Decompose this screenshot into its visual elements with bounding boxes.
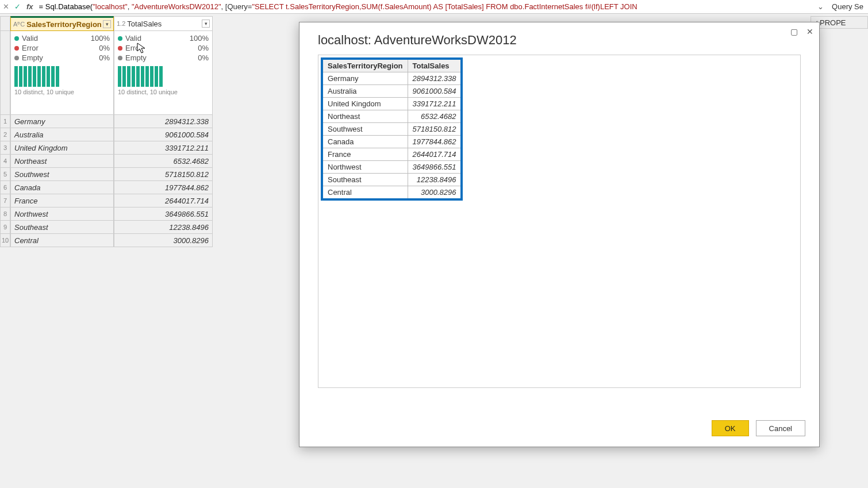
cell-region[interactable]: Germany <box>10 115 114 128</box>
cell-sales[interactable]: 9061000.584 <box>114 128 213 141</box>
table-row[interactable]: 2Australia9061000.584 <box>0 128 214 141</box>
preview-cell-sales: 2894312.338 <box>408 72 462 85</box>
row-number: 4 <box>0 155 10 168</box>
table-row[interactable]: 10Central3000.8296 <box>0 234 214 247</box>
valid-dot-icon <box>118 36 122 41</box>
error-pct: 0% <box>99 43 110 53</box>
cell-region[interactable]: Northwest <box>10 208 114 221</box>
empty-dot-icon <box>14 56 19 60</box>
cell-sales[interactable]: 2644017.714 <box>114 194 213 208</box>
column-name: SalesTerritoryRegion <box>26 20 103 29</box>
table-row[interactable]: 7France2644017.714 <box>0 194 214 208</box>
cell-sales[interactable]: 3000.8296 <box>114 234 213 247</box>
cell-sales[interactable]: 6532.4682 <box>114 155 213 168</box>
preview-cell-region: France <box>322 148 408 161</box>
dialog-title: localhost: AdventureWorksDW2012 <box>299 22 819 55</box>
cell-region[interactable]: United Kingdom <box>10 141 114 155</box>
preview-row: Northeast6532.4682 <box>322 110 462 123</box>
cell-region[interactable]: Southeast <box>10 221 114 234</box>
table-row[interactable]: 5Southwest5718150.812 <box>0 168 214 181</box>
cell-sales[interactable]: 3649866.551 <box>114 208 213 221</box>
preview-cell-sales: 5718150.812 <box>408 123 462 136</box>
cell-sales[interactable]: 1977844.862 <box>114 181 213 194</box>
maximize-icon[interactable]: ▢ <box>788 26 800 37</box>
formula-cancel-icon[interactable]: ✕ <box>0 1 11 13</box>
query-settings-label: Query Se <box>827 2 868 11</box>
column-name: TotalSales <box>127 20 202 28</box>
valid-dot-icon <box>14 36 19 41</box>
valid-pct: 100% <box>190 33 209 43</box>
preview-row: Australia9061000.584 <box>322 85 462 98</box>
formula-str2: "AdventureWorksDW2012" <box>132 2 221 11</box>
preview-col-sales: TotalSales <box>408 59 462 72</box>
formula-text[interactable]: = Sql.Database("localhost", "AdventureWo… <box>37 2 814 11</box>
error-label: Error <box>125 43 142 53</box>
column-filter-dropdown-icon[interactable]: ▾ <box>202 20 210 28</box>
quality-cell-c1: Valid100% Error0% Empty0% 10 distinct, 1… <box>10 31 114 115</box>
cell-region[interactable]: Central <box>10 234 114 247</box>
preview-cell-region: Northeast <box>322 110 408 123</box>
cell-sales[interactable]: 2894312.338 <box>114 115 213 128</box>
row-number: 2 <box>0 128 10 141</box>
preview-cell-region: United Kingdom <box>322 98 408 110</box>
row-number: 8 <box>0 208 10 221</box>
valid-label: Valid <box>125 33 141 43</box>
cell-sales[interactable]: 5718150.812 <box>114 168 213 181</box>
column-header-salesterritoryregion[interactable]: AᴮC SalesTerritoryRegion ▾ <box>10 16 114 31</box>
cell-sales[interactable]: 12238.8496 <box>114 221 213 234</box>
preview-cell-sales: 6532.4682 <box>408 110 462 123</box>
row-number: 3 <box>0 141 10 155</box>
formula-str1: "localhost" <box>93 2 128 11</box>
preview-cell-region: Australia <box>322 85 408 98</box>
table-row[interactable]: 9Southeast12238.8496 <box>0 221 214 234</box>
row-number-header[interactable] <box>0 16 10 31</box>
table-row[interactable]: 6Canada1977844.862 <box>0 181 214 194</box>
distribution-text: 10 distinct, 10 unique <box>118 89 209 95</box>
table-row[interactable]: 1Germany2894312.338 <box>0 115 214 128</box>
error-dot-icon <box>118 46 122 51</box>
formula-expand-icon[interactable]: ⌄ <box>813 2 827 11</box>
row-number: 10 <box>0 234 10 247</box>
cell-region[interactable]: Northeast <box>10 155 114 168</box>
preview-row: Central3000.8296 <box>322 186 462 200</box>
fx-label: fx <box>23 2 37 11</box>
preview-cell-region: Southeast <box>322 174 408 186</box>
preview-cell-sales: 3391712.211 <box>408 98 462 110</box>
close-icon[interactable]: ✕ <box>804 26 816 37</box>
preview-table: SalesTerritoryRegion TotalSales Germany2… <box>321 57 463 201</box>
ok-button[interactable]: OK <box>712 420 749 436</box>
formula-prefix: = Sql.Database( <box>39 2 93 11</box>
error-label: Error <box>22 43 39 53</box>
quality-gutter <box>0 31 10 115</box>
cell-region[interactable]: Australia <box>10 128 114 141</box>
formula-accept-icon[interactable]: ✓ <box>11 1 23 13</box>
preview-cell-sales: 9061000.584 <box>408 85 462 98</box>
cell-region[interactable]: France <box>10 194 114 208</box>
row-number: 1 <box>0 115 10 128</box>
cell-region[interactable]: Canada <box>10 181 114 194</box>
cell-sales[interactable]: 3391712.211 <box>114 141 213 155</box>
preview-cell-region: Southwest <box>322 123 408 136</box>
empty-pct: 0% <box>99 53 110 63</box>
native-query-dialog: ▢ ✕ localhost: AdventureWorksDW2012 Sale… <box>299 22 820 447</box>
column-header-totalsales[interactable]: 1.2 TotalSales ▾ <box>114 16 213 31</box>
empty-dot-icon <box>118 56 122 60</box>
error-dot-icon <box>14 46 19 51</box>
preview-cell-sales: 12238.8496 <box>408 174 462 186</box>
type-text-icon: AᴮC <box>13 21 25 28</box>
preview-row: Southeast12238.8496 <box>322 174 462 186</box>
distribution-bars <box>14 65 110 87</box>
preview-cell-region: Central <box>322 186 408 200</box>
cell-region[interactable]: Southwest <box>10 168 114 181</box>
preview-cell-sales: 3649866.551 <box>408 161 462 174</box>
table-row[interactable]: 8Northwest3649866.551 <box>0 208 214 221</box>
table-row[interactable]: 3United Kingdom3391712.211 <box>0 141 214 155</box>
formula-str3: "SELECT t.SalesTerritoryRegion,SUM(f.Sal… <box>252 2 637 11</box>
preview-row: Northwest3649866.551 <box>322 161 462 174</box>
column-filter-dropdown-icon[interactable]: ▾ <box>103 20 111 28</box>
data-grid: AᴮC SalesTerritoryRegion ▾ 1.2 TotalSale… <box>0 16 214 247</box>
cancel-button[interactable]: Cancel <box>756 420 805 436</box>
empty-label: Empty <box>125 53 147 63</box>
table-row[interactable]: 4Northeast6532.4682 <box>0 155 214 168</box>
preview-cell-region: Canada <box>322 136 408 148</box>
